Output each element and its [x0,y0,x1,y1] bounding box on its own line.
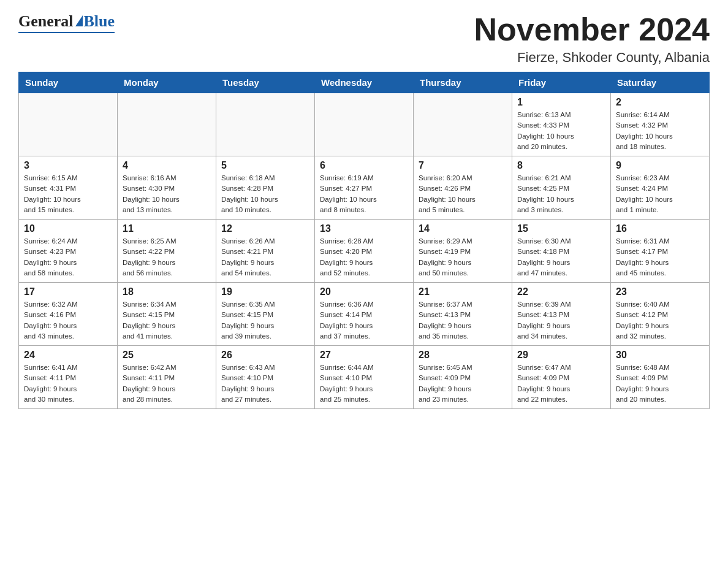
calendar-cell [216,93,315,156]
day-info: Sunrise: 6:18 AM Sunset: 4:28 PM Dayligh… [221,173,309,215]
day-info: Sunrise: 6:26 AM Sunset: 4:21 PM Dayligh… [221,236,309,278]
calendar-cell: 11Sunrise: 6:25 AM Sunset: 4:22 PM Dayli… [118,220,216,283]
day-info: Sunrise: 6:35 AM Sunset: 4:15 PM Dayligh… [221,299,309,342]
calendar-cell: 23Sunrise: 6:40 AM Sunset: 4:12 PM Dayli… [611,283,710,346]
calendar-cell: 9Sunrise: 6:23 AM Sunset: 4:24 PM Daylig… [611,156,710,220]
day-info: Sunrise: 6:40 AM Sunset: 4:12 PM Dayligh… [616,299,704,342]
day-number: 2 [616,97,704,108]
title-block: November 2024 Fierze, Shkoder County, Al… [474,12,710,66]
calendar-table: SundayMondayTuesdayWednesdayThursdayFrid… [18,72,710,409]
day-info: Sunrise: 6:25 AM Sunset: 4:22 PM Dayligh… [123,236,211,278]
day-info: Sunrise: 6:15 AM Sunset: 4:31 PM Dayligh… [24,173,112,215]
calendar-cell: 3Sunrise: 6:15 AM Sunset: 4:31 PM Daylig… [19,156,118,220]
weekday-header-sunday: Sunday [19,72,118,93]
day-number: 18 [123,286,211,297]
day-info: Sunrise: 6:47 AM Sunset: 4:09 PM Dayligh… [517,362,605,405]
day-info: Sunrise: 6:30 AM Sunset: 4:18 PM Dayligh… [517,236,605,278]
logo-triangle-icon [75,15,83,26]
logo: General Blue [18,12,115,33]
day-number: 3 [24,160,112,171]
calendar-cell: 20Sunrise: 6:36 AM Sunset: 4:14 PM Dayli… [315,283,414,346]
day-number: 26 [221,350,309,361]
calendar-cell [19,93,118,156]
day-info: Sunrise: 6:16 AM Sunset: 4:30 PM Dayligh… [123,173,211,215]
day-info: Sunrise: 6:37 AM Sunset: 4:13 PM Dayligh… [419,299,507,342]
day-info: Sunrise: 6:19 AM Sunset: 4:27 PM Dayligh… [320,173,408,215]
calendar-cell: 2Sunrise: 6:14 AM Sunset: 4:32 PM Daylig… [611,93,710,156]
calendar-cell [414,93,512,156]
day-info: Sunrise: 6:28 AM Sunset: 4:20 PM Dayligh… [320,236,408,278]
day-number: 19 [221,286,309,297]
day-info: Sunrise: 6:48 AM Sunset: 4:09 PM Dayligh… [616,362,704,405]
day-number: 14 [419,223,507,234]
calendar-cell [118,93,216,156]
calendar-week-row: 1Sunrise: 6:13 AM Sunset: 4:33 PM Daylig… [19,93,710,156]
day-number: 15 [517,223,605,234]
location-title: Fierze, Shkoder County, Albania [474,50,710,66]
day-number: 5 [221,160,309,171]
weekday-header-tuesday: Tuesday [216,72,315,93]
weekday-header-monday: Monday [118,72,216,93]
weekday-header-saturday: Saturday [611,72,710,93]
month-title: November 2024 [474,12,710,47]
day-number: 27 [320,350,408,361]
day-number: 11 [123,223,211,234]
calendar-cell: 30Sunrise: 6:48 AM Sunset: 4:09 PM Dayli… [611,346,710,409]
day-number: 4 [123,160,211,171]
day-info: Sunrise: 6:41 AM Sunset: 4:11 PM Dayligh… [24,362,112,405]
calendar-cell: 17Sunrise: 6:32 AM Sunset: 4:16 PM Dayli… [19,283,118,346]
day-number: 9 [616,160,704,171]
calendar-header-row: SundayMondayTuesdayWednesdayThursdayFrid… [19,72,710,93]
day-number: 20 [320,286,408,297]
calendar-cell: 13Sunrise: 6:28 AM Sunset: 4:20 PM Dayli… [315,220,414,283]
day-info: Sunrise: 6:44 AM Sunset: 4:10 PM Dayligh… [320,362,408,405]
day-info: Sunrise: 6:45 AM Sunset: 4:09 PM Dayligh… [419,362,507,405]
day-number: 8 [517,160,605,171]
calendar-cell: 5Sunrise: 6:18 AM Sunset: 4:28 PM Daylig… [216,156,315,220]
day-number: 21 [419,286,507,297]
day-number: 24 [24,350,112,361]
day-info: Sunrise: 6:39 AM Sunset: 4:13 PM Dayligh… [517,299,605,342]
calendar-cell: 10Sunrise: 6:24 AM Sunset: 4:23 PM Dayli… [19,220,118,283]
calendar-cell: 26Sunrise: 6:43 AM Sunset: 4:10 PM Dayli… [216,346,315,409]
calendar-week-row: 24Sunrise: 6:41 AM Sunset: 4:11 PM Dayli… [19,346,710,409]
day-info: Sunrise: 6:36 AM Sunset: 4:14 PM Dayligh… [320,299,408,342]
day-info: Sunrise: 6:34 AM Sunset: 4:15 PM Dayligh… [123,299,211,342]
calendar-cell: 27Sunrise: 6:44 AM Sunset: 4:10 PM Dayli… [315,346,414,409]
day-number: 16 [616,223,704,234]
calendar-cell: 14Sunrise: 6:29 AM Sunset: 4:19 PM Dayli… [414,220,512,283]
page-header: General Blue November 2024 Fierze, Shkod… [18,12,710,66]
calendar-cell: 22Sunrise: 6:39 AM Sunset: 4:13 PM Dayli… [512,283,611,346]
day-number: 30 [616,350,704,361]
day-number: 1 [517,97,605,108]
day-info: Sunrise: 6:21 AM Sunset: 4:25 PM Dayligh… [517,173,605,215]
logo-blue-text: Blue [84,12,115,31]
logo-underline [18,32,115,33]
calendar-cell: 7Sunrise: 6:20 AM Sunset: 4:26 PM Daylig… [414,156,512,220]
day-number: 10 [24,223,112,234]
logo-general-text: General [18,12,74,31]
day-number: 23 [616,286,704,297]
calendar-cell: 29Sunrise: 6:47 AM Sunset: 4:09 PM Dayli… [512,346,611,409]
calendar-week-row: 3Sunrise: 6:15 AM Sunset: 4:31 PM Daylig… [19,156,710,220]
calendar-cell: 19Sunrise: 6:35 AM Sunset: 4:15 PM Dayli… [216,283,315,346]
day-info: Sunrise: 6:14 AM Sunset: 4:32 PM Dayligh… [616,110,704,152]
day-info: Sunrise: 6:20 AM Sunset: 4:26 PM Dayligh… [419,173,507,215]
day-number: 25 [123,350,211,361]
day-info: Sunrise: 6:23 AM Sunset: 4:24 PM Dayligh… [616,173,704,215]
day-info: Sunrise: 6:24 AM Sunset: 4:23 PM Dayligh… [24,236,112,278]
calendar-cell: 4Sunrise: 6:16 AM Sunset: 4:30 PM Daylig… [118,156,216,220]
calendar-cell: 18Sunrise: 6:34 AM Sunset: 4:15 PM Dayli… [118,283,216,346]
day-number: 12 [221,223,309,234]
weekday-header-friday: Friday [512,72,611,93]
day-number: 17 [24,286,112,297]
day-info: Sunrise: 6:31 AM Sunset: 4:17 PM Dayligh… [616,236,704,278]
calendar-cell [315,93,414,156]
day-number: 6 [320,160,408,171]
calendar-week-row: 10Sunrise: 6:24 AM Sunset: 4:23 PM Dayli… [19,220,710,283]
day-number: 28 [419,350,507,361]
weekday-header-wednesday: Wednesday [315,72,414,93]
day-info: Sunrise: 6:42 AM Sunset: 4:11 PM Dayligh… [123,362,211,405]
weekday-header-thursday: Thursday [414,72,512,93]
calendar-cell: 16Sunrise: 6:31 AM Sunset: 4:17 PM Dayli… [611,220,710,283]
